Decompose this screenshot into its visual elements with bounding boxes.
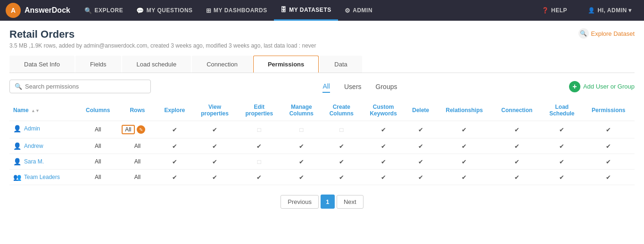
explore-cell: ✔ [157, 154, 193, 170]
load-schedule-cell: ✔ [541, 121, 583, 138]
sort-arrows-name: ▲▼ [31, 108, 40, 113]
col-relationships: Relationships [436, 100, 493, 121]
col-name: Name ▲▼ [9, 100, 78, 121]
name-cell: 👤 Sara M. [9, 154, 78, 169]
col-columns: Columns [78, 100, 118, 121]
connection-cell: ✔ [493, 138, 541, 154]
relationships-cell: ✔ [436, 154, 493, 170]
tab-connection[interactable]: Connection [192, 56, 252, 73]
view-properties-cell: ✔ [192, 121, 237, 138]
nav-user[interactable]: 👤 Hi, Admin ▾ [581, 0, 638, 21]
navbar: A AnswerDock 🔍 Explore 💬 My Questions ⊞ … [0, 0, 644, 21]
filter-all[interactable]: All [322, 81, 330, 93]
filter-groups[interactable]: Groups [376, 81, 397, 92]
explore-cell: ✔ [157, 138, 193, 154]
load-schedule-cell: ✔ [541, 170, 583, 185]
delete-cell: ✔ [405, 170, 436, 185]
tab-data[interactable]: Data [320, 56, 362, 73]
nav-my-dashboards[interactable]: ⊞ My Dashboards [199, 0, 274, 21]
col-rows: Rows [118, 100, 157, 121]
custom-keywords-cell: ✔ [362, 121, 405, 138]
edit-properties-cell: □ [237, 154, 281, 170]
nav-right: ❓ Help 👤 Hi, Admin ▾ [535, 0, 638, 21]
edit-rows-icon[interactable]: ✎ [137, 125, 145, 134]
col-permissions: Permissions [583, 100, 635, 121]
custom-keywords-cell: ✔ [362, 154, 405, 170]
custom-keywords-cell: ✔ [362, 170, 405, 185]
next-button[interactable]: Next [337, 195, 363, 209]
connection-cell: ✔ [493, 121, 541, 138]
view-properties-cell: ✔ [192, 138, 237, 154]
table-row: 👥 Team Leaders All All ✔ ✔ ✔ ✔ ✔ ✔ ✔ ✔ ✔… [9, 170, 635, 185]
edit-properties-cell: □ [237, 121, 281, 138]
page-subtitle: 3.5 MB ,1.9K rows, added by admin@answer… [9, 42, 316, 49]
col-explore: Explore [157, 100, 193, 121]
tab-load-schedule[interactable]: Load schedule [122, 56, 191, 73]
rows-cell: All✎ [118, 121, 157, 138]
create-columns-cell: ✔ [322, 138, 362, 154]
rows-cell: All [118, 170, 157, 185]
columns-cell: All [78, 121, 118, 138]
user-icon: 👤 [588, 7, 595, 14]
relationships-cell: ✔ [436, 138, 493, 154]
user-name[interactable]: Andrew [24, 143, 43, 149]
nav-admin[interactable]: ⚙ Admin [338, 0, 379, 21]
group-icon: 👥 [13, 173, 21, 181]
brand-icon: A [6, 3, 21, 18]
relationships-cell: ✔ [436, 121, 493, 138]
filter-users[interactable]: Users [344, 81, 362, 92]
rows-cell: All [118, 154, 157, 170]
delete-cell: ✔ [405, 138, 436, 154]
col-manage-columns: ManageColumns [281, 100, 322, 121]
manage-columns-cell: ✔ [281, 170, 322, 185]
custom-keywords-cell: ✔ [362, 138, 405, 154]
add-user-or-group-button[interactable]: + Add User or Group [569, 81, 635, 92]
col-delete: Delete [405, 100, 436, 121]
permissions-table: Name ▲▼ Columns Rows Explore Viewpropert… [9, 100, 635, 185]
col-load-schedule: LoadSchedule [541, 100, 583, 121]
nav-help[interactable]: ❓ Help [535, 0, 574, 21]
permissions-cell: ✔ [583, 121, 635, 138]
columns-cell: All [78, 154, 118, 170]
tab-dataset-info[interactable]: Data Set Info [9, 56, 74, 73]
dashboards-icon: ⊞ [206, 7, 212, 14]
admin-icon: ⚙ [345, 7, 351, 14]
connection-cell: ✔ [493, 154, 541, 170]
relationships-cell: ✔ [436, 170, 493, 185]
table-row: 👤 Admin All All✎ ✔ ✔ □ □ □ ✔ ✔ ✔ ✔ ✔ ✔ [9, 121, 635, 138]
explore-dataset-button[interactable]: 🔍 Explore Dataset [578, 28, 635, 39]
user-name[interactable]: Team Leaders [24, 174, 60, 180]
view-properties-cell: ✔ [192, 154, 237, 170]
create-columns-cell: □ [322, 121, 362, 138]
load-schedule-cell: ✔ [541, 138, 583, 154]
load-schedule-cell: ✔ [541, 154, 583, 170]
search-input[interactable] [25, 83, 146, 90]
col-custom-keywords: CustomKeywords [362, 100, 405, 121]
col-view-properties: Viewproperties [192, 100, 237, 121]
brand-name: AnswerDock [25, 6, 70, 15]
search-box[interactable]: 🔍 [9, 80, 151, 93]
user-name[interactable]: Sara M. [24, 158, 44, 165]
tab-permissions[interactable]: Permissions [253, 56, 319, 73]
explore-cell: ✔ [157, 121, 193, 138]
nav-my-questions[interactable]: 💬 My Questions [130, 0, 199, 21]
name-cell: 👤 Admin [9, 121, 78, 136]
connection-cell: ✔ [493, 170, 541, 185]
tabs: Data Set Info Fields Load schedule Conne… [9, 56, 635, 73]
nav-explore[interactable]: 🔍 Explore [78, 0, 130, 21]
help-icon: ❓ [542, 7, 549, 14]
columns-cell: All [78, 138, 118, 154]
previous-button[interactable]: Previous [281, 195, 319, 209]
page-header: Retail Orders 3.5 MB ,1.9K rows, added b… [9, 28, 635, 56]
current-page[interactable]: 1 [321, 195, 335, 209]
brand[interactable]: A AnswerDock [6, 3, 70, 18]
tab-fields[interactable]: Fields [75, 56, 121, 73]
user-name[interactable]: Admin [24, 125, 40, 132]
nav-my-datasets[interactable]: 🗄 My Datasets [274, 0, 338, 21]
permissions-cell: ✔ [583, 138, 635, 154]
name-cell: 👤 Andrew [9, 138, 78, 154]
create-columns-cell: ✔ [322, 170, 362, 185]
user-icon: 👤 [13, 158, 21, 165]
user-icon: 👤 [13, 142, 21, 150]
filter-tabs: All Users Groups [322, 81, 397, 93]
